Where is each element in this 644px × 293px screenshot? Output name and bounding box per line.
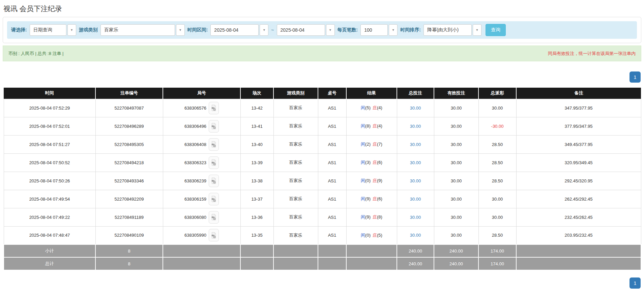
total-payout: 174.00 bbox=[478, 257, 516, 270]
result-player-label: 闲 bbox=[361, 214, 365, 219]
filter-bar: 请选择: 日期查询 ▼ 游戏类别 百家乐 ▼ 时间区间: 2025-08-04 … bbox=[7, 21, 637, 39]
cell-result: 闲(3)庄(6) bbox=[346, 153, 397, 172]
cell-payout: 30.00 bbox=[478, 190, 516, 208]
col-header-session: 场次 bbox=[240, 88, 273, 99]
result-banker-label: 庄 bbox=[373, 160, 377, 165]
cell-session: 13-40 bbox=[240, 135, 273, 153]
cell-payout: 28.50 bbox=[478, 226, 516, 244]
game-type-label: 游戏类别 bbox=[79, 27, 98, 33]
video-file-icon bbox=[211, 141, 216, 148]
total-bet-link[interactable]: 30.00 bbox=[410, 106, 421, 111]
result-banker-label: 庄 bbox=[373, 214, 377, 219]
page-1-button[interactable]: 1 bbox=[630, 277, 641, 289]
sort-select[interactable]: 降幂(由大到小) ▼ bbox=[423, 24, 481, 36]
subtotal-total-bet: 240.00 bbox=[397, 244, 434, 257]
search-button[interactable]: 查询 bbox=[486, 24, 506, 36]
page-title: 视讯 会员下注纪录 bbox=[3, 4, 644, 13]
chevron-down-icon[interactable]: ▼ bbox=[473, 24, 481, 36]
empty-cell bbox=[240, 257, 273, 270]
cell-note: 349.45/377.95 bbox=[516, 135, 641, 153]
total-valid-bet: 240.00 bbox=[434, 257, 478, 270]
result-banker-label: 庄 bbox=[373, 196, 377, 201]
col-header-total-bet: 总投注 bbox=[397, 88, 434, 99]
cell-valid-bet: 30.00 bbox=[434, 172, 478, 190]
cell-time: 2025-08-04 07:49:22 bbox=[4, 208, 95, 226]
total-bet-link[interactable]: 30.00 bbox=[410, 160, 421, 165]
total-bet-link[interactable]: 30.00 bbox=[410, 197, 421, 202]
cell-bet-id: 522708492209 bbox=[95, 190, 163, 208]
date-from-select[interactable]: 2025-08-04 ▼ bbox=[210, 24, 268, 36]
cell-bet-id: 522708496289 bbox=[95, 117, 163, 135]
result-banker-count: (6) bbox=[377, 196, 382, 201]
cell-time: 2025-08-04 07:49:54 bbox=[4, 190, 95, 208]
cell-total-bet: 30.00 bbox=[397, 99, 434, 117]
cell-table: AS1 bbox=[318, 99, 346, 117]
empty-cell bbox=[273, 244, 318, 257]
col-header-game-type: 游戏类别 bbox=[273, 88, 318, 99]
video-playback-button[interactable] bbox=[209, 193, 219, 205]
result-banker-label: 庄 bbox=[373, 142, 377, 147]
total-bet-link[interactable]: 30.00 bbox=[410, 142, 421, 147]
per-page-select[interactable]: 100 ▼ bbox=[360, 24, 398, 36]
result-banker-count: (5) bbox=[377, 233, 382, 238]
video-playback-button[interactable] bbox=[209, 138, 219, 151]
cell-round: 638305990 bbox=[163, 226, 240, 244]
empty-cell bbox=[346, 257, 397, 270]
result-banker-label: 庄 bbox=[373, 233, 377, 238]
video-file-icon bbox=[211, 159, 216, 166]
cell-session: 13-41 bbox=[240, 117, 273, 135]
cell-result: 闲(2)庄(7) bbox=[346, 135, 397, 153]
date-to-select[interactable]: 2025-08-04 ▼ bbox=[277, 24, 335, 36]
game-type-select[interactable]: 百家乐 ▼ bbox=[100, 24, 185, 36]
chevron-down-icon[interactable]: ▼ bbox=[176, 24, 185, 36]
cell-bet-id: 522708493346 bbox=[95, 172, 163, 190]
table-header-row: 时间 注单编号 局号 场次 游戏类别 桌号 结果 总投注 有效投注 总派彩 备注 bbox=[4, 88, 641, 99]
result-banker-count: (7) bbox=[377, 142, 382, 147]
col-header-result: 结果 bbox=[346, 88, 397, 99]
chevron-down-icon[interactable]: ▼ bbox=[67, 24, 76, 36]
total-bet-link[interactable]: 30.00 bbox=[410, 215, 421, 220]
video-playback-button[interactable] bbox=[209, 156, 219, 169]
total-bet-link[interactable]: 30.00 bbox=[410, 178, 421, 183]
video-playback-button[interactable] bbox=[209, 102, 219, 114]
cell-valid-bet: 30.00 bbox=[434, 153, 478, 172]
video-playback-button[interactable] bbox=[209, 211, 219, 224]
cell-table: AS1 bbox=[318, 135, 346, 153]
cell-note: 262.45/292.45 bbox=[516, 190, 641, 208]
round-number: 638306239 bbox=[184, 178, 206, 183]
video-playback-button[interactable] bbox=[209, 175, 219, 187]
chevron-down-icon[interactable]: ▼ bbox=[260, 24, 268, 36]
table-row: 2025-08-04 07:49:54 522708492209 6383061… bbox=[4, 190, 641, 208]
cell-time: 2025-08-04 07:51:27 bbox=[4, 135, 95, 153]
result-player-count: (3) bbox=[365, 160, 371, 165]
result-player-count: (9) bbox=[365, 196, 371, 201]
subtotal-count: 8 bbox=[95, 244, 163, 257]
cell-table: AS1 bbox=[318, 190, 346, 208]
video-file-icon bbox=[211, 214, 216, 221]
query-type-select[interactable]: 日期查询 ▼ bbox=[30, 24, 76, 36]
total-row: 总计 8 240.00 240.00 174.00 bbox=[4, 257, 641, 270]
col-header-valid-bet: 有效投注 bbox=[434, 88, 478, 99]
empty-cell bbox=[346, 244, 397, 257]
cell-round: 638306576 bbox=[163, 99, 240, 117]
chevron-down-icon[interactable]: ▼ bbox=[389, 24, 398, 36]
cell-session: 13-38 bbox=[240, 172, 273, 190]
page-1-button[interactable]: 1 bbox=[630, 71, 641, 83]
empty-cell bbox=[318, 244, 346, 257]
cell-time: 2025-08-04 07:52:29 bbox=[4, 99, 95, 117]
video-playback-button[interactable] bbox=[209, 120, 219, 133]
cell-valid-bet: 30.00 bbox=[434, 226, 478, 244]
result-banker-label: 庄 bbox=[373, 105, 377, 110]
bet-records-table: 时间 注单编号 局号 场次 游戏类别 桌号 结果 总投注 有效投注 总派彩 备注… bbox=[3, 88, 641, 270]
total-bet-link[interactable]: 30.00 bbox=[410, 124, 421, 129]
chevron-down-icon[interactable]: ▼ bbox=[326, 24, 335, 36]
table-row: 2025-08-04 07:49:22 522708491189 6383060… bbox=[4, 208, 641, 226]
video-file-icon bbox=[211, 177, 216, 184]
result-banker-count: (4) bbox=[377, 123, 382, 128]
sort-value: 降幂(由大到小) bbox=[427, 27, 459, 33]
empty-cell bbox=[163, 244, 240, 257]
cell-bet-id: 522708491189 bbox=[95, 208, 163, 226]
total-bet-link[interactable]: 30.00 bbox=[410, 233, 421, 238]
video-playback-button[interactable] bbox=[209, 229, 219, 241]
total-label: 总计 bbox=[4, 257, 95, 270]
